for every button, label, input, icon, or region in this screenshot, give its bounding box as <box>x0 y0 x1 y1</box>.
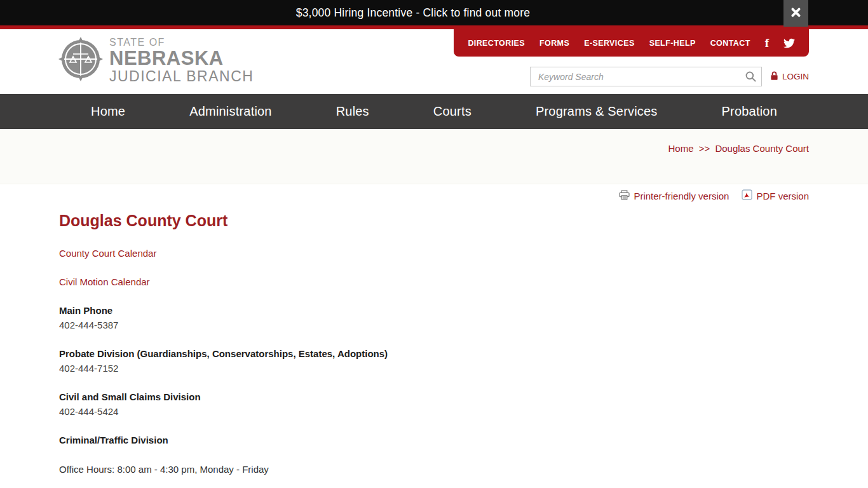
login-label: LOGIN <box>782 72 809 81</box>
page-tools: Printer-friendly version PDF version <box>59 189 809 202</box>
utility-link-contact[interactable]: CONTACT <box>710 39 750 48</box>
search-box <box>530 67 762 86</box>
phone-probate: 402-444-7152 <box>59 363 809 374</box>
printer-icon <box>619 190 630 202</box>
banner-close-button[interactable] <box>783 0 808 27</box>
utility-link-directories[interactable]: DIRECTORIES <box>468 39 525 48</box>
pdf-version-link[interactable]: PDF version <box>742 189 809 202</box>
nav-item-rules[interactable]: Rules <box>336 104 369 119</box>
facebook-icon[interactable]: f <box>765 36 769 50</box>
breadcrumb-band: Home >> Douglas County Court <box>0 129 868 184</box>
section-heading-criminal-traffic: Criminal/Traffic Division <box>59 435 809 445</box>
main-content: Printer-friendly version PDF version Dou… <box>0 189 868 488</box>
printer-friendly-label: Printer-friendly version <box>634 191 729 201</box>
pdf-icon <box>742 189 752 202</box>
site-header: STATE OF NEBRASKA JUDICIAL BRANCH DIRECT… <box>0 29 868 94</box>
site-logo[interactable]: STATE OF NEBRASKA JUDICIAL BRANCH <box>58 37 254 84</box>
breadcrumb-separator: >> <box>699 143 710 154</box>
pdf-version-label: PDF version <box>756 191 809 201</box>
close-icon <box>790 7 801 20</box>
phone-civil-small-claims: 402-444-5424 <box>59 406 809 417</box>
nav-item-programs-services[interactable]: Programs & Services <box>536 104 658 119</box>
logo-nebraska: NEBRASKA <box>109 48 254 69</box>
utility-link-forms[interactable]: FORMS <box>539 39 569 48</box>
login-link[interactable]: LOGIN <box>770 71 809 83</box>
search-button[interactable] <box>745 71 757 85</box>
promo-banner: $3,000 Hiring Incentive - Click to find … <box>0 0 868 25</box>
section-heading-main-phone: Main Phone <box>59 305 809 316</box>
civil-motion-calendar-link[interactable]: Civil Motion Calendar <box>59 276 809 287</box>
utility-nav: DIRECTORIES FORMS E-SERVICES SELF-HELP C… <box>454 29 809 57</box>
main-nav: Home Administration Rules Courts Program… <box>0 94 868 129</box>
office-hours: Office Hours: 8:00 am - 4:30 pm, Monday … <box>59 464 809 475</box>
utility-link-e-services[interactable]: E-SERVICES <box>584 39 635 48</box>
search-icon <box>745 75 757 85</box>
lock-icon <box>770 71 778 83</box>
nav-item-probation[interactable]: Probation <box>722 104 777 119</box>
phone-main: 402-444-5387 <box>59 320 809 330</box>
search-row: LOGIN <box>530 67 809 86</box>
breadcrumb: Home >> Douglas County Court <box>0 129 868 154</box>
nav-item-courts[interactable]: Courts <box>433 104 471 119</box>
nav-item-home[interactable]: Home <box>91 104 125 119</box>
section-heading-probate-division: Probate Division (Guardianships, Conserv… <box>59 348 809 359</box>
logo-state-of: STATE OF <box>109 37 254 48</box>
nav-item-administration[interactable]: Administration <box>189 104 272 119</box>
breadcrumb-current: Douglas County Court <box>715 143 809 154</box>
logo-text: STATE OF NEBRASKA JUDICIAL BRANCH <box>109 37 254 84</box>
breadcrumb-home-link[interactable]: Home <box>668 143 694 154</box>
printer-friendly-link[interactable]: Printer-friendly version <box>619 190 729 202</box>
page-title: Douglas County Court <box>59 212 809 230</box>
section-heading-civil-small-claims: Civil and Small Claims Division <box>59 391 809 402</box>
county-court-calendar-link[interactable]: County Court Calendar <box>59 248 809 259</box>
utility-link-self-help[interactable]: SELF-HELP <box>649 39 696 48</box>
logo-judicial-branch: JUDICIAL BRANCH <box>109 69 254 84</box>
nebraska-seal-icon <box>58 37 103 84</box>
search-input[interactable] <box>530 67 762 86</box>
twitter-icon[interactable] <box>783 37 795 49</box>
promo-banner-link[interactable]: $3,000 Hiring Incentive - Click to find … <box>296 6 531 20</box>
